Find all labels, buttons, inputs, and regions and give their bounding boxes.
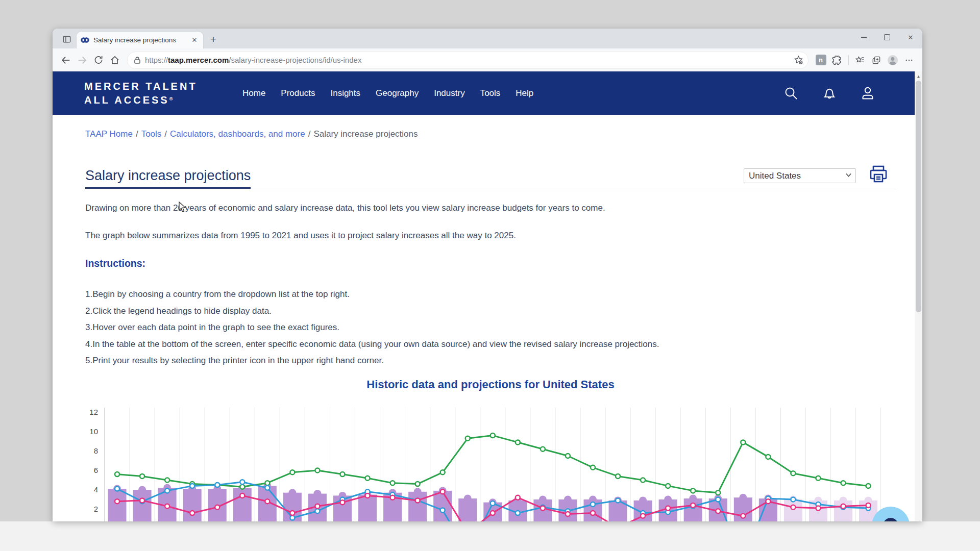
minimize-button[interactable] (852, 29, 875, 46)
breadcrumb: TAAP Home/Tools/Calculators, dashboards,… (85, 129, 896, 139)
add-favorite-icon[interactable] (792, 54, 805, 67)
nav-item-geography[interactable]: Geography (376, 88, 419, 98)
salary-projections-chart[interactable]: 24681012 (82, 400, 888, 521)
browser-tab[interactable]: Salary increase projections ✕ (77, 32, 203, 48)
svg-text:4: 4 (94, 485, 98, 494)
instruction-step: 1.Begin by choosing a country from the d… (85, 286, 896, 303)
svg-text:6: 6 (94, 466, 98, 474)
page-body: TAAP Home/Tools/Calculators, dashboards,… (53, 129, 922, 391)
new-tab-icon[interactable]: + (206, 32, 220, 46)
title-row: Salary increase projections United State… (85, 168, 896, 188)
url-text: https://taap.mercer.com/salary-increase-… (145, 56, 792, 64)
nav-item-industry[interactable]: Industry (434, 88, 464, 98)
mercer-taap-logo[interactable]: MERCER TALENT ALL ACCESS® (84, 80, 198, 107)
breadcrumb-current: Salary increase projections (313, 129, 418, 139)
collections-icon[interactable] (868, 52, 885, 68)
instruction-step: 5.Print your results by selecting the pr… (85, 353, 896, 369)
svg-text:12: 12 (89, 408, 98, 416)
tab-strip: Salary increase projections ✕ + ✕ (53, 29, 922, 48)
home-icon[interactable] (107, 52, 123, 68)
profile-avatar[interactable] (885, 52, 901, 68)
svg-text:2: 2 (94, 505, 98, 513)
site-header: MERCER TALENT ALL ACCESS® Home Products … (53, 71, 922, 115)
nav-item-tools[interactable]: Tools (480, 88, 501, 98)
close-button[interactable]: ✕ (899, 29, 922, 46)
toolbar-divider (848, 55, 849, 65)
tab-actions-icon[interactable] (60, 33, 74, 46)
nav-item-help[interactable]: Help (516, 88, 533, 98)
instruction-step: 2.Click the legend headings to hide disp… (85, 303, 896, 320)
svg-text:10: 10 (89, 427, 98, 436)
page-scrollbar[interactable]: ▲ (915, 71, 922, 521)
instructions-list: 1.Begin by choosing a country from the d… (85, 286, 896, 369)
page-title: Salary increase projections (85, 168, 251, 189)
favorites-icon[interactable] (852, 52, 868, 68)
summary-paragraph: The graph below summarizes data from 199… (85, 231, 896, 241)
address-bar[interactable]: https://taap.mercer.com/salary-increase-… (127, 52, 808, 69)
lock-icon (134, 56, 141, 64)
nav-item-home[interactable]: Home (242, 88, 265, 98)
main-navigation: Home Products Insights Geography Industr… (242, 71, 533, 115)
notifications-icon[interactable] (822, 86, 837, 101)
tab-close-icon[interactable]: ✕ (190, 36, 199, 45)
breadcrumb-link-calculators[interactable]: Calculators, dashboards, and more (170, 129, 305, 139)
favicon-mercer (81, 36, 89, 44)
page-viewport: MERCER TALENT ALL ACCESS® Home Products … (53, 71, 922, 521)
n-extension-icon[interactable]: n (813, 52, 829, 68)
chart-title: Historic data and projections for United… (85, 378, 896, 391)
account-icon[interactable] (860, 86, 875, 101)
desktop-background (0, 521, 980, 551)
reload-icon[interactable] (90, 52, 107, 68)
breadcrumb-link-tools[interactable]: Tools (141, 129, 162, 139)
extensions-icon[interactable] (829, 52, 845, 68)
tab-title: Salary increase projections (93, 36, 190, 44)
browser-window: Salary increase projections ✕ + ✕ https:… (53, 29, 922, 521)
window-controls: ✕ (852, 29, 922, 46)
more-options-icon[interactable] (901, 52, 917, 68)
printer-icon[interactable] (868, 164, 889, 185)
url-domain: taap.mercer.com (168, 56, 229, 64)
chat-widget-icon (883, 518, 898, 521)
header-icons (783, 71, 875, 115)
instruction-step: 4.In the table at the bottom of the scre… (85, 336, 896, 353)
scroll-up-icon[interactable]: ▲ (915, 73, 922, 80)
breadcrumb-link-taap-home[interactable]: TAAP Home (85, 129, 133, 139)
toolbar-right-icons: n (813, 52, 917, 68)
nav-item-insights[interactable]: Insights (330, 88, 360, 98)
scrollbar-thumb[interactable] (916, 81, 921, 312)
instructions-heading: Instructions: (85, 258, 896, 269)
maximize-button[interactable] (875, 29, 899, 46)
nav-item-products[interactable]: Products (281, 88, 315, 98)
search-icon[interactable] (783, 86, 799, 101)
country-select[interactable]: United States (744, 168, 856, 183)
instruction-step: 3.Hover over each data point in the grap… (85, 319, 896, 336)
forward-icon[interactable] (74, 52, 90, 68)
browser-toolbar: https://taap.mercer.com/salary-increase-… (53, 48, 922, 71)
svg-text:8: 8 (94, 446, 98, 455)
intro-paragraph: Drawing on more than 20 years of economi… (85, 203, 896, 213)
back-icon[interactable] (58, 52, 74, 68)
